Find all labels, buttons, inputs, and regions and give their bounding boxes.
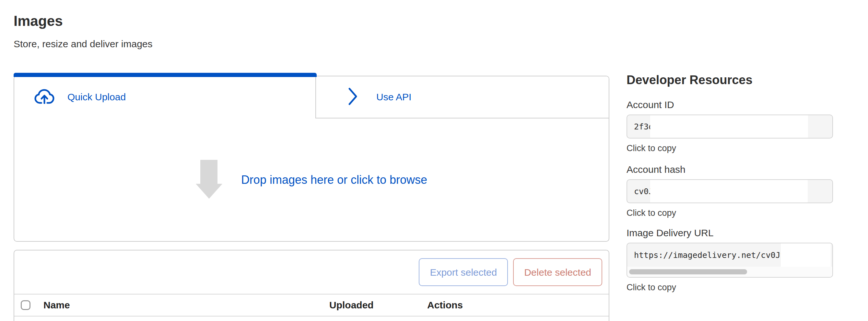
chevron-right-icon (347, 87, 358, 107)
tab-quick-upload[interactable]: Quick Upload (14, 76, 315, 118)
account-id-redaction (650, 115, 808, 138)
arrow-down-icon (196, 160, 222, 200)
tab-use-api-label: Use API (376, 92, 411, 103)
image-delivery-url-partial-char: : (831, 250, 833, 260)
image-delivery-url-copy-hint: Click to copy (626, 282, 676, 292)
image-delivery-url-value: https://imagedelivery.net/cv0JS (634, 250, 785, 260)
active-tab-indicator (13, 73, 317, 77)
account-hash-redaction (650, 180, 808, 203)
delete-selected-button[interactable]: Delete selected (513, 258, 602, 286)
upload-card: Quick Upload Use API Drop images here or… (13, 76, 609, 242)
page-subtitle: Store, resize and deliver images (13, 38, 153, 50)
account-hash-field[interactable]: cv0J (626, 179, 833, 203)
image-list-card: Export selected Delete selected Name Upl… (13, 250, 609, 321)
image-delivery-url-label: Image Delivery URL (626, 227, 713, 239)
account-id-label: Account ID (626, 99, 674, 111)
dropzone-label: Drop images here or click to browse (241, 173, 427, 187)
developer-resources-title: Developer Resources (626, 72, 753, 87)
account-id-field[interactable]: 2f3d (626, 114, 833, 139)
horizontal-scrollbar-thumb[interactable] (629, 269, 747, 275)
column-header-actions: Actions (427, 300, 463, 311)
column-header-name: Name (43, 300, 70, 311)
account-hash-copy-hint: Click to copy (626, 208, 676, 218)
horizontal-scrollbar-track (627, 266, 832, 277)
image-delivery-url-redaction (781, 243, 831, 266)
table-header-row: Name Uploaded Actions (14, 294, 609, 317)
tab-quick-upload-label: Quick Upload (67, 92, 126, 103)
select-all-checkbox[interactable] (21, 300, 30, 310)
image-dropzone[interactable]: Drop images here or click to browse (14, 118, 609, 241)
tab-use-api[interactable]: Use API (315, 76, 609, 118)
account-id-copy-hint: Click to copy (626, 143, 676, 153)
column-header-uploaded: Uploaded (329, 300, 374, 311)
list-toolbar: Export selected Delete selected (14, 250, 609, 294)
account-hash-label: Account hash (626, 164, 685, 175)
cloud-upload-icon (34, 89, 55, 105)
page-title: Images (13, 13, 63, 29)
image-delivery-url-field[interactable]: https://imagedelivery.net/cv0JS : (626, 243, 833, 278)
export-selected-button[interactable]: Export selected (419, 258, 508, 286)
